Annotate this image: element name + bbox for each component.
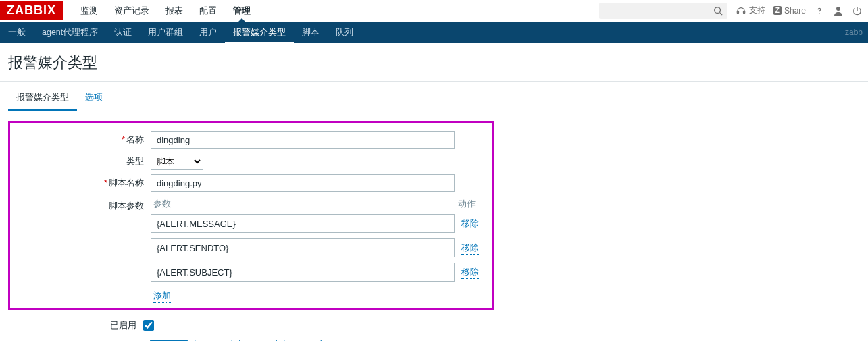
nav-inventory[interactable]: 资产记录 (106, 0, 157, 22)
subnav-proxies[interactable]: agent代理程序 (34, 22, 106, 44)
user-icon[interactable] (833, 5, 844, 16)
params-header-param: 参数 (151, 199, 458, 210)
subnav-usergroups[interactable]: 用户群组 (140, 22, 191, 44)
search-icon (713, 5, 723, 16)
select-type[interactable]: 脚本 (151, 153, 203, 170)
input-script-name[interactable] (151, 174, 455, 192)
support-label: 支持 (749, 5, 765, 16)
params-header-action: 动作 (458, 199, 485, 210)
row-name: *名称 (16, 131, 487, 149)
nav-reports[interactable]: 报表 (157, 0, 191, 22)
input-name[interactable] (151, 131, 455, 149)
param-row: 移除 (151, 214, 485, 233)
subnav-users[interactable]: 用户 (191, 22, 225, 44)
page-title: 报警媒介类型 (0, 43, 868, 82)
tabs: 报警媒介类型 选项 (0, 84, 868, 111)
label-type: 类型 (16, 155, 151, 167)
top-right: 支持 Z Share (599, 3, 868, 19)
subnav-queue[interactable]: 队列 (328, 22, 361, 44)
subnav-mediatypes[interactable]: 报警媒介类型 (225, 22, 294, 44)
search-box[interactable] (599, 3, 727, 19)
subnav-general[interactable]: 一般 (0, 22, 34, 44)
nav-admin[interactable]: 管理 (225, 0, 259, 22)
headset-icon (736, 5, 746, 16)
label-enabled: 已启用 (8, 319, 143, 332)
top-bar: ZABBIX 监测 资产记录 报表 配置 管理 支持 Z Share (0, 0, 868, 22)
share-label: Share (784, 6, 806, 16)
tab-options[interactable]: 选项 (77, 84, 111, 111)
form-area: *名称 类型 脚本 *脚本名称 脚本参数 参数 动作 移除 (0, 111, 868, 341)
svg-rect-3 (743, 11, 744, 14)
subnav-brand: zabb (845, 28, 868, 37)
param-row: 移除 (151, 263, 485, 282)
params-table: 参数 动作 移除 移除 移除 添加 (151, 196, 485, 303)
nav-config[interactable]: 配置 (191, 0, 225, 22)
param-remove-0[interactable]: 移除 (461, 217, 479, 230)
label-script-name: *脚本名称 (16, 177, 151, 189)
power-icon[interactable] (852, 5, 863, 16)
sub-nav: 一般 agent代理程序 认证 用户群组 用户 报警媒介类型 脚本 队列 zab… (0, 22, 868, 43)
label-params: 脚本参数 (16, 196, 151, 303)
svg-point-0 (715, 7, 721, 13)
param-input-1[interactable] (151, 238, 455, 257)
param-input-2[interactable] (151, 263, 455, 282)
param-remove-1[interactable]: 移除 (461, 242, 479, 255)
svg-rect-2 (737, 11, 738, 14)
row-script-name: *脚本名称 (16, 174, 487, 192)
support-link[interactable]: 支持 (736, 5, 765, 16)
tab-mediatype[interactable]: 报警媒介类型 (8, 84, 77, 111)
subnav-scripts[interactable]: 脚本 (294, 22, 328, 44)
share-link[interactable]: Z Share (773, 6, 806, 16)
svg-line-1 (719, 12, 722, 15)
param-remove-2[interactable]: 移除 (461, 266, 479, 279)
main-nav: 监测 资产记录 报表 配置 管理 (72, 0, 259, 22)
row-type: 类型 脚本 (16, 153, 487, 170)
params-header: 参数 动作 (151, 196, 485, 214)
share-badge: Z (773, 6, 782, 15)
label-name: *名称 (16, 134, 151, 146)
subnav-auth[interactable]: 认证 (106, 22, 140, 44)
param-input-0[interactable] (151, 214, 455, 233)
param-add-link[interactable]: 添加 (153, 290, 171, 303)
nav-monitoring[interactable]: 监测 (72, 0, 106, 22)
row-params: 脚本参数 参数 动作 移除 移除 移除 添加 (16, 196, 487, 303)
logo: ZABBIX (0, 1, 63, 20)
svg-point-5 (836, 7, 840, 11)
checkbox-enabled[interactable] (143, 320, 154, 331)
help-icon[interactable] (814, 5, 825, 16)
svg-point-4 (819, 13, 819, 14)
highlight-box: *名称 类型 脚本 *脚本名称 脚本参数 参数 动作 移除 (8, 121, 494, 310)
row-enabled: 已启用 (8, 319, 860, 332)
param-row: 移除 (151, 238, 485, 257)
